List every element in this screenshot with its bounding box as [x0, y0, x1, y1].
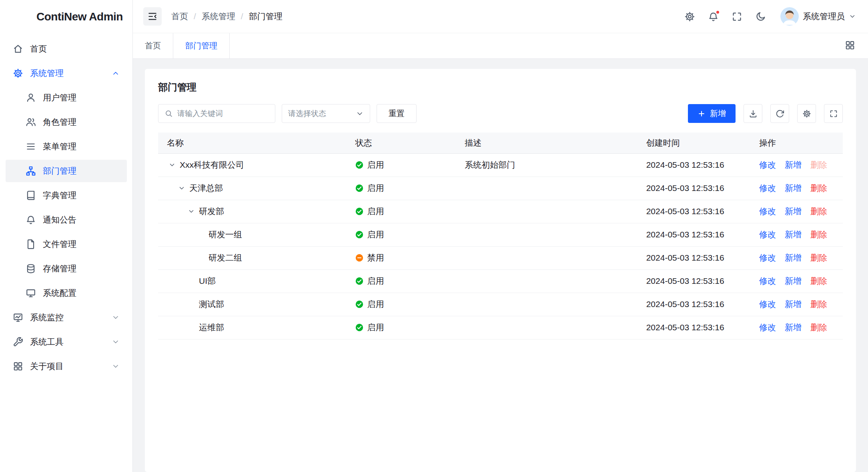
sidebar-item-system-tools[interactable]: 系统工具	[6, 331, 127, 353]
add-link[interactable]: 新增	[785, 322, 802, 333]
edit-link[interactable]: 修改	[759, 206, 776, 217]
export-button[interactable]	[744, 104, 762, 123]
delete-link[interactable]: 删除	[810, 206, 827, 217]
add-link[interactable]: 新增	[785, 229, 802, 240]
table-row: 测试部启用2024-05-03 12:53:16修改新增删除	[158, 293, 843, 316]
status-select[interactable]: 请选择状态	[282, 104, 370, 123]
expand-toggle	[196, 253, 206, 263]
search-icon	[164, 109, 173, 118]
sidebar-item-label: 关于项目	[30, 361, 64, 372]
sidebar-item-label: 系统工具	[30, 336, 64, 347]
edit-link[interactable]: 修改	[759, 322, 776, 333]
delete-link[interactable]: 删除	[810, 183, 827, 194]
expand-toggle[interactable]	[176, 183, 187, 193]
keyword-search-input[interactable]: 请输入关键词	[158, 104, 275, 123]
column-header: 状态	[347, 133, 456, 153]
search-placeholder: 请输入关键词	[177, 108, 223, 119]
grid-icon	[845, 40, 855, 50]
delete-link[interactable]: 删除	[810, 275, 827, 287]
status-label: 启用	[367, 183, 384, 194]
created-time: 2024-05-03 12:53:16	[637, 153, 750, 177]
gear-icon	[802, 109, 811, 118]
check-circle-icon	[355, 323, 363, 331]
breadcrumb-item[interactable]: 部门管理	[249, 11, 283, 22]
gear-icon	[684, 11, 695, 22]
dark-mode-button[interactable]	[755, 11, 766, 22]
department-name: 研发部	[199, 206, 224, 217]
status-label: 启用	[367, 275, 384, 287]
add-link[interactable]: 新增	[785, 275, 802, 287]
tab-home[interactable]: 首页	[133, 33, 173, 58]
fullscreen-button[interactable]	[732, 11, 742, 22]
sidebar-item-system-monitor[interactable]: 系统监控	[6, 306, 127, 329]
department-description	[456, 316, 637, 339]
department-description	[456, 293, 637, 316]
sidebar-item-role-management[interactable]: 角色管理	[6, 111, 127, 133]
sidebar-item-system-management[interactable]: 系统管理	[6, 62, 127, 84]
delete-link[interactable]: 删除	[810, 322, 827, 333]
add-link[interactable]: 新增	[785, 206, 802, 217]
sidebar-item-menu-management[interactable]: 菜单管理	[6, 135, 127, 158]
expand-toggle	[196, 229, 206, 240]
chevron-down-icon	[112, 338, 120, 346]
tab-department-management[interactable]: 部门管理	[173, 33, 230, 58]
sidebar-item-storage-management[interactable]: 存储管理	[6, 257, 127, 280]
app-logo[interactable]: ContiNew Admin	[0, 0, 132, 33]
breadcrumb-item[interactable]: 首页	[171, 11, 188, 22]
edit-link[interactable]: 修改	[759, 275, 776, 287]
gear-icon	[13, 68, 23, 78]
expand-toggle[interactable]	[186, 206, 196, 217]
menu-fold-icon	[147, 11, 158, 22]
list-icon	[26, 141, 36, 152]
add-link[interactable]: 新增	[785, 299, 802, 310]
grid-icon	[13, 361, 23, 372]
department-description	[456, 269, 637, 293]
sidebar-item-file-management[interactable]: 文件管理	[6, 233, 127, 255]
breadcrumb-item[interactable]: 系统管理	[202, 11, 235, 22]
edit-link[interactable]: 修改	[759, 183, 776, 194]
status-label: 启用	[367, 322, 384, 333]
department-name: 运维部	[199, 322, 224, 333]
edit-link[interactable]: 修改	[759, 229, 776, 240]
sidebar-menu: 首页系统管理用户管理角色管理菜单管理部门管理字典管理通知公告文件管理存储管理系统…	[0, 33, 132, 382]
refresh-button[interactable]	[770, 104, 789, 123]
sidebar-item-system-config[interactable]: 系统配置	[6, 282, 127, 304]
edit-link[interactable]: 修改	[759, 159, 776, 171]
delete-link[interactable]: 删除	[810, 299, 827, 310]
add-link[interactable]: 新增	[785, 252, 802, 263]
logo-icon	[10, 7, 30, 27]
sidebar-item-home[interactable]: 首页	[6, 38, 127, 60]
monitor-icon	[26, 288, 36, 298]
created-time: 2024-05-03 12:53:16	[637, 316, 750, 339]
expand-toggle[interactable]	[167, 160, 177, 170]
notifications-button[interactable]	[708, 11, 719, 22]
sidebar-collapse-button[interactable]	[143, 7, 162, 26]
sidebar-item-notice-announcement[interactable]: 通知公告	[6, 209, 127, 231]
tab-options-button[interactable]	[845, 40, 857, 52]
sidebar-item-label: 系统监控	[30, 312, 64, 323]
edit-link[interactable]: 修改	[759, 299, 776, 310]
sidebar-item-dict-management[interactable]: 字典管理	[6, 184, 127, 207]
expand-icon	[732, 11, 742, 22]
user-menu[interactable]: 系统管理员	[780, 7, 856, 26]
add-link[interactable]: 新增	[785, 159, 802, 171]
column-settings-button[interactable]	[797, 104, 816, 123]
sidebar-item-department-management[interactable]: 部门管理	[6, 160, 127, 182]
delete-link[interactable]: 删除	[810, 229, 827, 240]
edit-link[interactable]: 修改	[759, 252, 776, 263]
table-row: UI部启用2024-05-03 12:53:16修改新增删除	[158, 269, 843, 293]
table-fullscreen-button[interactable]	[824, 104, 843, 123]
plus-icon	[698, 110, 706, 118]
reset-button[interactable]: 重置	[377, 104, 417, 123]
app-title: ContiNew Admin	[36, 10, 123, 23]
settings-button[interactable]	[684, 11, 695, 22]
sidebar-item-about-project[interactable]: 关于项目	[6, 355, 127, 378]
department-name: 研发一组	[208, 229, 242, 240]
status-label: 禁用	[367, 252, 384, 263]
chevron-down-icon	[112, 313, 120, 321]
add-link[interactable]: 新增	[785, 183, 802, 194]
delete-link[interactable]: 删除	[810, 252, 827, 263]
add-button[interactable]: 新增	[688, 104, 736, 123]
notification-badge	[716, 10, 720, 14]
sidebar-item-user-management[interactable]: 用户管理	[6, 86, 127, 109]
